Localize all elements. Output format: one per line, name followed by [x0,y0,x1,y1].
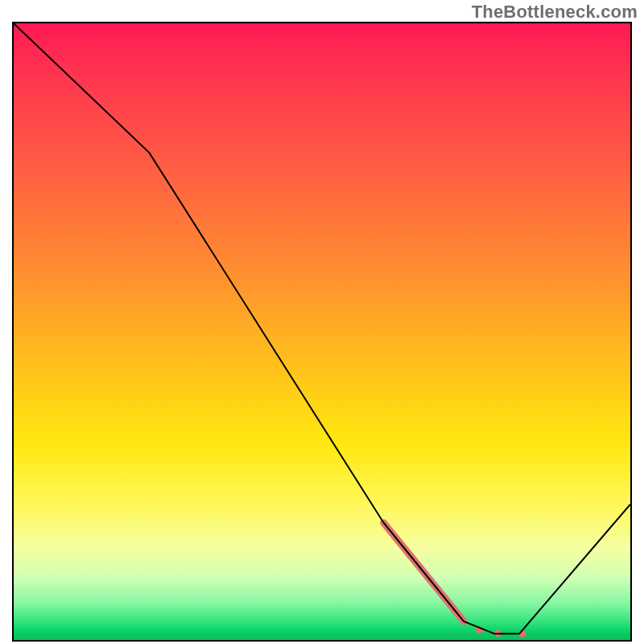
chart-stage: TheBottleneck.com [0,0,644,644]
watermark-text: TheBottleneck.com [472,2,638,23]
highlight-layer [384,522,526,637]
chart-overlay-svg [14,23,630,640]
plot-frame [12,22,632,642]
curve-line [14,23,630,634]
